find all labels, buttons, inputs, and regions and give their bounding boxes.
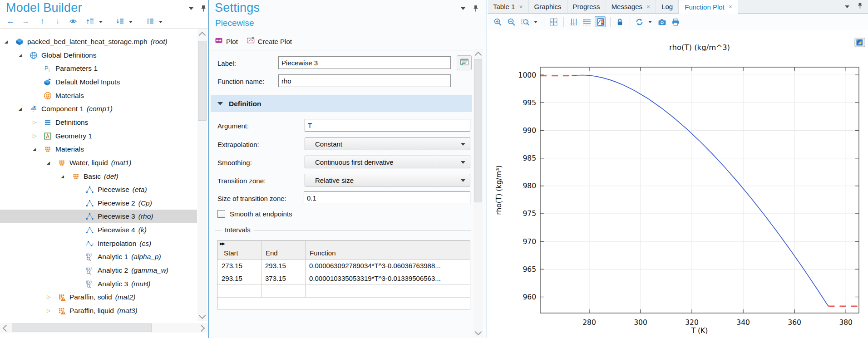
expand-arrow-icon[interactable]: ▷ — [33, 119, 44, 125]
intervals-column-header[interactable]: End — [266, 249, 278, 257]
intervals-cell[interactable]: 293.15 — [261, 260, 305, 272]
smoothing-select[interactable]: Continuous first derivative — [305, 156, 470, 168]
intervals-column-header[interactable]: Start — [224, 249, 238, 257]
definition-section-header[interactable]: Definition — [211, 95, 472, 112]
expand-arrow-icon[interactable]: ▷ — [47, 308, 58, 314]
chevron-down-icon[interactable] — [534, 21, 538, 23]
smooth-endpoints-checkbox[interactable] — [217, 210, 225, 218]
lock-button[interactable] — [614, 16, 625, 27]
scroll-right-icon[interactable] — [198, 325, 205, 332]
expand-arrow-icon[interactable]: ◢ — [61, 174, 72, 179]
camera-button[interactable] — [656, 16, 667, 27]
scroll-up-icon[interactable] — [199, 32, 206, 39]
rotate-button[interactable] — [634, 16, 645, 27]
function-name-input[interactable] — [278, 74, 451, 87]
tree-item-analytic-3[interactable]: f(x)Analytic 3(muB) — [0, 277, 197, 290]
forward-arrow-button[interactable]: → — [21, 16, 31, 26]
size-transition-input[interactable] — [304, 191, 470, 204]
tree-item-definitions[interactable]: ▷Definitions — [0, 116, 197, 129]
tree-item-analytic-1[interactable]: f(x)Analytic 1(alpha_p) — [0, 250, 197, 263]
intervals-cell[interactable] — [305, 285, 470, 297]
chevron-down-icon[interactable] — [99, 21, 103, 23]
transition-zone-select[interactable]: Relative size — [305, 174, 470, 186]
tree-item-piecewise-3[interactable]: Piecewise 3(rho) — [0, 210, 197, 223]
tree-item-piecewise-4[interactable]: Piecewise 4(k) — [0, 223, 197, 236]
settings-pin-icon[interactable] — [471, 5, 479, 15]
panel-menu-caret-icon[interactable] — [189, 7, 193, 10]
intervals-cell[interactable]: 0.000063092789034*T^3-0.06036763988... — [305, 260, 470, 272]
image-snapshot-button[interactable] — [595, 16, 606, 27]
tabbar-pin-icon[interactable] — [856, 2, 863, 11]
axis-limits-button[interactable] — [581, 16, 592, 27]
tree-item-paraffin-liquid[interactable]: ▷Paraffin, liquid(mat3) — [0, 304, 197, 317]
zoom-out-button[interactable] — [506, 16, 517, 27]
label-input[interactable] — [278, 56, 451, 69]
tree-item-geometry-1[interactable]: ▷Geometry 1 — [0, 129, 197, 142]
tab-table-1[interactable]: Table 1× — [488, 0, 529, 13]
tree-item-water-liquid[interactable]: ◢Water, liquid(mat1) — [0, 156, 197, 169]
tree-vscroll-thumb[interactable] — [198, 41, 207, 121]
tree-item-component-1[interactable]: ◢Component 1(comp1) — [0, 102, 197, 115]
intervals-cell[interactable] — [261, 285, 305, 297]
expand-arrow-icon[interactable]: ◢ — [47, 161, 58, 165]
move-columns-icon[interactable]: ▶▶ — [220, 241, 224, 246]
tab-graphics[interactable]: Graphics — [529, 0, 567, 13]
tree-item-analytic-2[interactable]: f(x)Analytic 2(gamma_w) — [0, 264, 197, 277]
extrapolation-select[interactable]: Constant — [305, 137, 470, 150]
scroll-down-icon[interactable] — [475, 328, 482, 336]
tab-messages[interactable]: Messages× — [606, 0, 656, 13]
expand-arrow-icon[interactable]: ▷ — [47, 294, 58, 300]
tree-item-global-definitions[interactable]: ◢Global Definitions — [0, 49, 197, 62]
move-down-button[interactable]: ↓ — [53, 16, 63, 26]
print-button[interactable] — [670, 16, 681, 27]
function-plot-canvas[interactable]: 2803003203403603809609659709759809859909… — [488, 30, 868, 338]
create-plot-button[interactable]: Create Plot — [247, 37, 292, 46]
expand-arrow-icon[interactable]: ◢ — [19, 53, 30, 58]
show-eye-button[interactable] — [68, 16, 78, 26]
settings-vertical-scrollbar[interactable] — [473, 49, 483, 337]
zoom-box-button[interactable] — [519, 16, 530, 27]
tree-horizontal-scrollbar[interactable] — [0, 323, 208, 333]
expand-all-list-button[interactable] — [115, 16, 125, 26]
intervals-column-header[interactable]: Function — [310, 249, 336, 257]
tab-close-icon[interactable]: × — [646, 3, 650, 10]
intervals-cell[interactable]: 373.15 — [261, 272, 305, 284]
plot-window-icon[interactable] — [854, 37, 865, 50]
chevron-down-icon[interactable] — [129, 21, 133, 23]
tab-close-icon[interactable]: × — [519, 3, 523, 10]
intervals-cell[interactable]: 0.000010335053319*T^3-0.01339506563... — [305, 272, 470, 284]
back-arrow-button[interactable]: ← — [5, 16, 15, 26]
intervals-cell[interactable] — [217, 285, 261, 297]
tree-item-piecewise-2[interactable]: Piecewise 2(Cp) — [0, 196, 197, 210]
chevron-down-icon[interactable] — [648, 21, 652, 23]
tab-function-plot[interactable]: Function Plot× — [679, 0, 738, 14]
settings-vscroll-thumb[interactable] — [474, 59, 482, 202]
zoom-extents-button[interactable] — [548, 16, 559, 27]
scroll-down-icon[interactable] — [199, 312, 206, 319]
tree-item-interpolation[interactable]: Interpolation(cs) — [0, 237, 197, 250]
tree-hscroll-thumb[interactable] — [12, 323, 152, 332]
argument-input[interactable] — [305, 119, 470, 132]
intervals-cell[interactable]: 273.15 — [217, 260, 261, 272]
zoom-in-button[interactable] — [492, 16, 503, 27]
expand-arrow-icon[interactable]: ◢ — [19, 107, 30, 111]
tree-item-materials[interactable]: ◢Materials — [0, 142, 197, 156]
scroll-up-icon[interactable] — [475, 52, 482, 59]
scroll-left-icon[interactable] — [3, 325, 10, 332]
tree-item-packed-bed-latent-heat-storage-mph[interactable]: ◢packed_bed_latent_heat_storage.mph(root… — [0, 35, 197, 48]
tree-item-piecewise[interactable]: Piecewise(eta) — [0, 183, 197, 196]
rename-label-button[interactable] — [457, 55, 472, 70]
tree-item-default-model-inputs[interactable]: Default Model Inputs — [0, 75, 197, 88]
tab-list-caret-icon[interactable] — [845, 5, 849, 8]
plot-button[interactable]: Plot — [215, 37, 238, 46]
tree-item-materials[interactable]: Materials — [0, 89, 197, 102]
tab-close-icon[interactable]: × — [729, 3, 732, 10]
tree-item-paraffin-solid[interactable]: ▷Paraffin, solid(mat2) — [0, 290, 197, 304]
tab-progress[interactable]: Progress — [567, 0, 606, 13]
grid-button[interactable] — [567, 16, 578, 27]
tree-item-basic[interactable]: ◢Basic(def) — [0, 170, 197, 183]
tree-vertical-scrollbar[interactable] — [197, 29, 207, 321]
move-up-button[interactable]: ↑ — [37, 16, 47, 26]
intervals-cell[interactable]: 293.15 — [217, 272, 261, 284]
pin-icon[interactable] — [199, 5, 207, 15]
